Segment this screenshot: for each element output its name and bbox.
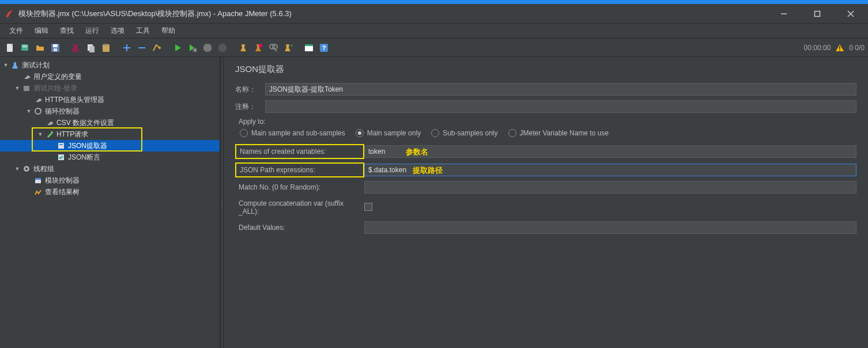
- svg-rect-6: [21, 44, 28, 51]
- save-button[interactable]: [48, 41, 62, 55]
- svg-marker-31: [291, 44, 293, 47]
- tree-panel[interactable]: ▼ 测试计划 用户定义的变量 ▼ 测试片段-登录 HTTP信息头管理器 ▼: [0, 57, 220, 348]
- elapsed-time: 00:00:00: [804, 44, 831, 52]
- clear-button[interactable]: [236, 41, 250, 55]
- svg-rect-43: [59, 144, 63, 145]
- svg-point-27: [259, 44, 262, 47]
- svg-rect-8: [22, 47, 27, 47]
- toolbar: ? 00:00:00 ! 0 0/0: [0, 39, 868, 57]
- templates-button[interactable]: [18, 41, 32, 55]
- compute-concat-checkbox[interactable]: [364, 203, 372, 211]
- cut-button[interactable]: [69, 41, 83, 55]
- match-no-label: Match No. (0 for Random):: [235, 181, 364, 194]
- radio-jmeter-var[interactable]: JMeter Variable Name to use: [508, 129, 609, 137]
- tree-http-request[interactable]: ▼ HTTP请求: [0, 128, 220, 140]
- panel-title: JSON提取器: [235, 64, 856, 75]
- radio-main-only[interactable]: Main sample only: [356, 129, 421, 137]
- default-values-input[interactable]: [364, 221, 856, 234]
- wrench-icon: [45, 118, 54, 127]
- titlebar: 模块控制器.jmx (C:\Users\ASUS\Desktop\模块控制器.j…: [0, 4, 868, 24]
- tree-http-header[interactable]: HTTP信息头管理器: [0, 94, 220, 105]
- new-button[interactable]: [3, 41, 17, 55]
- wrench-icon: [22, 72, 31, 81]
- gear-icon: [22, 164, 31, 173]
- window-title: 模块控制器.jmx (C:\Users\ASUS\Desktop\模块控制器.j…: [18, 9, 773, 19]
- tree-loop-controller[interactable]: ▼ 循环控制器: [0, 105, 220, 117]
- svg-rect-7: [22, 46, 27, 46]
- chevron-down-icon[interactable]: ▼: [14, 165, 21, 172]
- json-path-input[interactable]: [364, 164, 856, 176]
- menu-help[interactable]: 帮助: [156, 24, 181, 38]
- tree-test-plan[interactable]: ▼ 测试计划: [0, 59, 220, 71]
- function-helper-button[interactable]: [302, 41, 316, 55]
- radio-main-and-sub[interactable]: Main sample and sub-samples: [240, 129, 345, 137]
- svg-rect-1: [815, 11, 820, 16]
- postprocessor-icon: [56, 141, 66, 150]
- tree-module-controller[interactable]: 模块控制器: [0, 175, 220, 186]
- toggle-button[interactable]: [150, 41, 164, 55]
- open-button[interactable]: [33, 41, 47, 55]
- clear-all-button[interactable]: [251, 41, 265, 55]
- names-of-vars-input[interactable]: [364, 145, 856, 158]
- menu-run[interactable]: 运行: [80, 24, 105, 38]
- menu-edit[interactable]: 编辑: [29, 24, 54, 38]
- search-button[interactable]: [266, 41, 280, 55]
- pipette-icon: [45, 130, 54, 139]
- start-button[interactable]: [171, 41, 184, 55]
- menu-options[interactable]: 选项: [105, 24, 130, 38]
- app-window: 模块控制器.jmx (C:\Users\ASUS\Desktop\模块控制器.j…: [0, 0, 868, 348]
- name-label: 名称：: [235, 85, 261, 94]
- svg-rect-42: [58, 143, 64, 149]
- menu-search[interactable]: 查找: [54, 24, 80, 38]
- tree-json-assert[interactable]: JSON断言: [0, 152, 220, 163]
- thread-counter: 0 0/0: [849, 44, 865, 52]
- chevron-down-icon[interactable]: ▼: [14, 85, 21, 92]
- apply-to-label: Apply to:: [239, 118, 856, 126]
- paste-button[interactable]: [99, 41, 113, 55]
- svg-rect-11: [54, 48, 57, 51]
- stop-button[interactable]: [201, 41, 214, 55]
- warning-icon[interactable]: !: [835, 43, 844, 52]
- module-icon: [33, 176, 43, 185]
- compute-concat-label: Compute concatenation var (suffix _ALL):: [235, 197, 364, 218]
- tree-json-extractor[interactable]: JSON提取器: [0, 140, 220, 152]
- chevron-down-icon[interactable]: ▼: [37, 131, 44, 138]
- svg-marker-22: [175, 44, 181, 51]
- tree-user-vars[interactable]: 用户定义的变量: [0, 71, 220, 82]
- names-of-vars-label: Names of created variables:: [235, 144, 364, 159]
- expand-button[interactable]: [120, 41, 134, 55]
- menu-file[interactable]: 文件: [3, 24, 29, 38]
- tree-csv-data[interactable]: CSV 数据文件设置: [0, 117, 220, 128]
- close-button[interactable]: [840, 6, 861, 22]
- collapse-button[interactable]: [135, 41, 149, 55]
- jmeter-feather-icon: [5, 9, 14, 18]
- tree-thread-group[interactable]: ▼ 线程组: [0, 163, 220, 175]
- toolbar-left: ?: [3, 41, 331, 55]
- minimize-button[interactable]: [773, 6, 794, 22]
- json-path-label: JSON Path expressions:: [235, 162, 364, 177]
- svg-rect-48: [35, 178, 41, 180]
- reset-search-button[interactable]: [281, 41, 295, 55]
- name-input[interactable]: [265, 83, 856, 96]
- tree-view-results[interactable]: 查看结果树: [0, 186, 220, 198]
- chevron-down-icon[interactable]: ▼: [2, 62, 9, 69]
- svg-rect-38: [24, 86, 29, 91]
- maximize-button[interactable]: [807, 6, 828, 22]
- chevron-down-icon[interactable]: ▼: [25, 108, 32, 115]
- start-no-timers-button[interactable]: [186, 41, 199, 55]
- loop-icon: [33, 107, 43, 116]
- tree-fragment-login[interactable]: ▼ 测试片段-登录: [0, 82, 220, 94]
- svg-point-21: [158, 47, 161, 49]
- help-button[interactable]: ?: [317, 41, 331, 55]
- fragment-icon: [22, 84, 31, 93]
- comment-input[interactable]: [265, 100, 856, 113]
- svg-rect-33: [305, 44, 313, 46]
- svg-rect-15: [89, 46, 95, 52]
- radio-sub-only[interactable]: Sub-samples only: [431, 129, 497, 137]
- window-controls: [773, 6, 861, 22]
- match-no-input[interactable]: [364, 181, 856, 194]
- shutdown-button[interactable]: [216, 41, 229, 55]
- svg-marker-25: [203, 44, 212, 52]
- menu-tools[interactable]: 工具: [130, 24, 156, 38]
- copy-button[interactable]: [84, 41, 98, 55]
